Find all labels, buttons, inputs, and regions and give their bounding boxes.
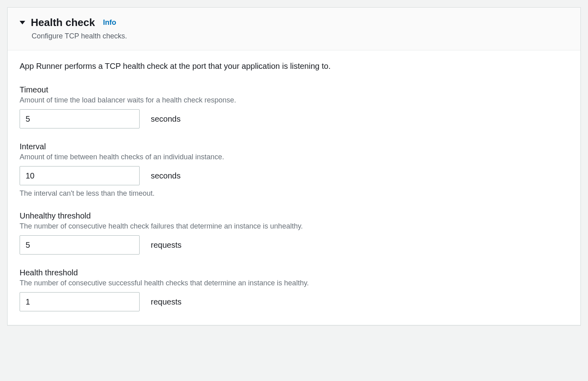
- panel-body: App Runner performs a TCP health check a…: [8, 50, 580, 325]
- panel-header: Health check Info Configure TCP health c…: [8, 8, 580, 50]
- healthy-input-row: requests: [20, 292, 568, 311]
- interval-note: The interval can't be less than the time…: [20, 189, 568, 198]
- interval-field: Interval Amount of time between health c…: [20, 142, 568, 198]
- interval-label: Interval: [20, 142, 568, 151]
- timeout-hint: Amount of time the load balancer waits f…: [20, 96, 568, 104]
- health-check-panel: Health check Info Configure TCP health c…: [7, 7, 581, 325]
- unhealthy-field: Unhealthy threshold The number of consec…: [20, 211, 568, 255]
- interval-hint: Amount of time between health checks of …: [20, 153, 568, 161]
- panel-title: Health check: [31, 16, 95, 29]
- interval-input[interactable]: [20, 166, 140, 185]
- unhealthy-input-row: requests: [20, 235, 568, 255]
- info-link[interactable]: Info: [103, 18, 116, 27]
- timeout-input[interactable]: [20, 109, 140, 128]
- healthy-unit: requests: [151, 297, 182, 307]
- interval-input-row: seconds: [20, 166, 568, 185]
- collapse-caret-icon[interactable]: [20, 21, 25, 24]
- timeout-field: Timeout Amount of time the load balancer…: [20, 85, 568, 128]
- header-title-row: Health check Info: [20, 16, 568, 29]
- panel-subtitle: Configure TCP health checks.: [32, 32, 568, 40]
- interval-unit: seconds: [151, 171, 181, 180]
- timeout-input-row: seconds: [20, 109, 568, 128]
- healthy-field: Health threshold The number of consecuti…: [20, 268, 568, 311]
- unhealthy-input[interactable]: [20, 235, 140, 255]
- intro-text: App Runner performs a TCP health check a…: [20, 62, 568, 71]
- unhealthy-hint: The number of consecutive health check f…: [20, 222, 568, 231]
- unhealthy-label: Unhealthy threshold: [20, 211, 568, 221]
- healthy-label: Health threshold: [20, 268, 568, 277]
- healthy-input[interactable]: [20, 292, 140, 311]
- timeout-label: Timeout: [20, 85, 568, 94]
- unhealthy-unit: requests: [151, 241, 182, 250]
- timeout-unit: seconds: [151, 114, 181, 124]
- healthy-hint: The number of consecutive successful hea…: [20, 279, 568, 287]
